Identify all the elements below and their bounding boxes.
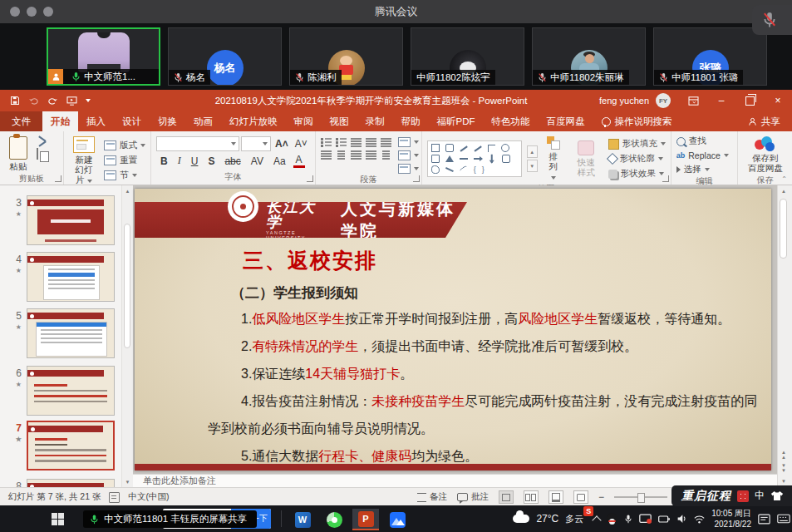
- normal-view-button[interactable]: [499, 490, 514, 504]
- scroll-up-icon[interactable]: ▲: [122, 185, 133, 196]
- slide-canvas[interactable]: 长江大学 YANGTZE UNIVERSITY 人文与新媒体学院 三、返校安排 …: [135, 189, 771, 470]
- tab-review[interactable]: 审阅: [286, 111, 322, 131]
- shape-outline-button[interactable]: 形状轮廓: [608, 153, 666, 165]
- tray-network-icon[interactable]: [694, 515, 705, 524]
- thumbnail-slide-4[interactable]: 4★: [0, 252, 115, 302]
- tab-file[interactable]: 文件: [0, 111, 42, 131]
- share-button[interactable]: 共享: [736, 111, 792, 131]
- reset-button[interactable]: 重置: [104, 155, 145, 166]
- quick-styles-button[interactable]: 快速样式: [569, 139, 603, 179]
- ime-mode-indicator[interactable]: 中: [755, 489, 765, 503]
- tab-home[interactable]: 开始: [42, 111, 78, 131]
- restore-button[interactable]: [735, 90, 764, 111]
- scrollbar-thumb[interactable]: [124, 224, 130, 348]
- participant-tile-speaker[interactable]: 中文师范1...: [47, 27, 160, 86]
- zoom-window-button[interactable]: [43, 7, 53, 17]
- traffic-lights[interactable]: [10, 7, 53, 17]
- section-button[interactable]: 节: [104, 170, 145, 181]
- bullets-icon[interactable]: [321, 137, 332, 146]
- thumbnail-slide-6[interactable]: 6★: [0, 366, 115, 416]
- shapes-scroll-down-icon[interactable]: ▼: [527, 160, 538, 172]
- participant-tile[interactable]: 中师11802陈炫宇: [411, 27, 524, 86]
- font-color-button[interactable]: A: [293, 154, 305, 168]
- tab-animations[interactable]: 动画: [185, 111, 221, 131]
- strikethrough-button[interactable]: abc: [222, 155, 243, 167]
- language-indicator[interactable]: 中文(中国): [128, 491, 169, 503]
- underline-button[interactable]: U: [189, 155, 201, 167]
- tray-volume-icon[interactable]: [676, 514, 687, 524]
- shapes-scroll-up-icon[interactable]: ▲: [527, 145, 538, 158]
- taskbar-browser-icon[interactable]: [321, 509, 347, 530]
- tray-display-record-icon[interactable]: [639, 514, 652, 525]
- tab-view[interactable]: 视图: [322, 111, 357, 131]
- participant-tile[interactable]: 张璐 中师11801 张璐: [653, 27, 767, 86]
- thumbnail-slide-7-selected[interactable]: 7★: [0, 421, 115, 470]
- tab-transitions[interactable]: 切换: [150, 111, 185, 131]
- slide-thumbnail[interactable]: [27, 421, 115, 470]
- tab-record[interactable]: 录制: [357, 111, 393, 131]
- collapse-ribbon-icon[interactable]: ⌃: [781, 175, 787, 183]
- next-slide-icon[interactable]: ▼▼: [778, 462, 790, 474]
- start-slideshow-icon[interactable]: [66, 96, 77, 106]
- close-window-button[interactable]: [10, 7, 20, 17]
- shadow-button[interactable]: S: [205, 155, 217, 167]
- align-right-icon[interactable]: [351, 150, 362, 159]
- ime-skin-shirt-icon[interactable]: [770, 490, 784, 501]
- temperature[interactable]: 27°C: [536, 513, 558, 525]
- taskbar-word-icon[interactable]: W: [289, 509, 316, 530]
- taskbar-powerpoint-icon[interactable]: P: [352, 509, 379, 530]
- dialog-launcher-icon[interactable]: [307, 175, 313, 182]
- tab-special-features[interactable]: 特色功能: [484, 111, 539, 131]
- grow-font-button[interactable]: A˄: [273, 138, 291, 150]
- minimize-button[interactable]: –: [707, 90, 735, 111]
- line-spacing-icon[interactable]: [381, 137, 391, 146]
- scroll-down-icon[interactable]: ▼: [122, 476, 133, 487]
- zoom-slider[interactable]: [614, 496, 667, 498]
- reading-view-button[interactable]: [548, 490, 563, 504]
- slide-thumbnail[interactable]: [27, 195, 115, 245]
- thumbnail-scrollbar[interactable]: ▲ ▼: [121, 185, 133, 487]
- comments-toggle-button[interactable]: 批注: [457, 491, 489, 503]
- participant-tile[interactable]: 杨名 杨名: [168, 27, 282, 86]
- qat-dropdown-icon[interactable]: [86, 99, 91, 102]
- tray-expand-icon[interactable]: [593, 515, 602, 525]
- zoom-slider-knob[interactable]: [637, 493, 645, 503]
- self-mic-panel[interactable]: [752, 5, 792, 35]
- close-button[interactable]: ×: [764, 90, 792, 111]
- font-name-combo[interactable]: [156, 136, 239, 151]
- slide-thumbnail[interactable]: [27, 479, 115, 487]
- slide-sorter-view-button[interactable]: [524, 490, 539, 504]
- bold-button[interactable]: B: [158, 155, 170, 167]
- scroll-up-icon[interactable]: ▲: [778, 185, 790, 197]
- account-area[interactable]: feng yuchen FY: [591, 93, 679, 108]
- new-slide-button[interactable]: 新建幻灯片: [69, 135, 99, 186]
- touch-keyboard-icon[interactable]: [777, 514, 790, 524]
- tab-foxit-pdf[interactable]: 福昕PDF: [429, 111, 484, 131]
- char-spacing-button[interactable]: AV: [248, 155, 266, 167]
- thumbnail-slide-3[interactable]: 3★: [0, 195, 115, 245]
- screen-share-banner[interactable]: 中文师范11801 丰钰辰的屏幕共享: [83, 510, 257, 528]
- slide-thumbnail[interactable]: [27, 366, 115, 416]
- replace-button[interactable]: abReplace: [676, 150, 729, 160]
- tab-baidu-netdisk[interactable]: 百度网盘: [539, 111, 593, 131]
- dialog-launcher-icon[interactable]: [55, 175, 61, 182]
- align-left-icon[interactable]: [321, 150, 332, 159]
- weather-description[interactable]: 多云S: [565, 513, 587, 525]
- italic-button[interactable]: I: [175, 155, 184, 167]
- decrease-indent-icon[interactable]: [351, 137, 362, 146]
- paste-button[interactable]: 粘贴: [5, 135, 32, 173]
- action-center-icon[interactable]: [758, 514, 770, 525]
- ribbon-display-options-icon[interactable]: [679, 90, 707, 111]
- dialog-launcher-icon[interactable]: [413, 175, 420, 182]
- tab-slideshow[interactable]: 幻灯片放映: [221, 111, 286, 131]
- save-to-baidu-button[interactable]: 保存到百度网盘: [744, 135, 787, 175]
- slide-scrollbar[interactable]: ▲ ▲▲ ▼▼ ▼: [777, 185, 790, 487]
- dialog-launcher-icon[interactable]: [662, 175, 669, 182]
- thumbnail-slide-5[interactable]: 5★: [0, 308, 115, 358]
- tab-insert[interactable]: 插入: [78, 111, 114, 131]
- redo-icon[interactable]: [47, 96, 58, 106]
- columns-icon[interactable]: [381, 150, 391, 159]
- convert-smartart-button[interactable]: [398, 164, 419, 174]
- numbering-icon[interactable]: [336, 137, 347, 146]
- layout-button[interactable]: 版式: [104, 140, 145, 151]
